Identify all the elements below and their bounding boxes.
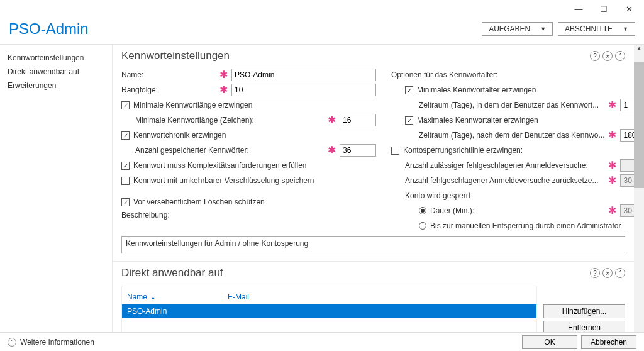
tasks-dropdown[interactable]: AUFGABEN▼ [482, 22, 553, 36]
scroll-up-icon[interactable]: ▴ [634, 45, 644, 51]
header: PSO-Admin AUFGABEN▼ ABSCHNITTE▼ [0, 18, 644, 45]
duration-radio[interactable] [419, 207, 426, 214]
min-age-label: Zeitraum (Tage), in dem der Benutzer das… [419, 101, 604, 109]
column-email[interactable]: E-Mail [223, 290, 254, 304]
help-icon[interactable]: ? [590, 51, 600, 61]
more-info-link[interactable]: ˄ Weitere Informationen [8, 338, 94, 347]
lockout-duration-input [620, 204, 634, 217]
add-button[interactable]: Hinzufügen... [543, 304, 625, 318]
table-row[interactable]: PSO-Admin [122, 304, 536, 318]
content-area: Kennworteinstellungen ? ✕ ˄ Name: ✱ Rang… [112, 45, 634, 334]
caret-down-icon: ▼ [623, 26, 628, 32]
min-length-checkbox[interactable] [121, 101, 130, 109]
required-icon: ✱ [219, 86, 228, 94]
sidebar: Kennworteinstellungen Direkt anwendbar a… [0, 45, 112, 334]
min-age-chk-label: Minimales Kennwortalter erzwingen [417, 86, 536, 94]
section-applies-to: Direkt anwendbar auf ? ✕ ˄ Name▲ E-Mail [113, 262, 634, 334]
history-chk-label: Kennwortchronik erzwingen [133, 131, 226, 140]
sidebar-item-password-settings[interactable]: Kennworteinstellungen [8, 51, 104, 65]
lockout-duration-label: Dauer (Min.): [430, 206, 604, 215]
section-title: Kennworteinstellungen [121, 50, 230, 62]
lockout-checkbox[interactable] [391, 147, 399, 155]
complexity-checkbox[interactable] [121, 162, 130, 170]
required-icon: ✱ [328, 116, 336, 124]
section-title: Direkt anwendbar auf [121, 267, 223, 279]
cancel-button[interactable]: Abbrechen [581, 335, 636, 349]
max-age-input[interactable] [620, 129, 634, 142]
age-options-label: Optionen für das Kennwortalter: [391, 70, 497, 79]
description-label: Beschreibung: [121, 211, 170, 220]
titlebar: — ☐ ✕ [0, 0, 644, 18]
footer: ˄ Weitere Informationen OK Abbrechen [0, 332, 644, 351]
collapse-section-icon[interactable]: ˄ [615, 268, 625, 278]
required-icon: ✱ [608, 101, 616, 109]
app-title: PSO-Admin [9, 20, 89, 38]
required-icon: ✱ [608, 177, 616, 184]
required-icon: ✱ [608, 207, 616, 214]
max-age-chk-label: Maximales Kennwortalter erzwingen [417, 116, 538, 125]
expand-icon: ˄ [8, 338, 16, 347]
lockout-reset-input [620, 174, 634, 187]
lockout-manual-label: Bis zur manuellen Entsperrung durch eine… [430, 221, 621, 230]
max-age-label: Zeitraum (Tage), nach dem der Benutzer d… [419, 131, 604, 140]
sort-asc-icon: ▲ [151, 295, 155, 299]
name-label: Name: [121, 70, 216, 79]
lockout-account-label: Konto wird gesperrt [405, 191, 470, 200]
section-password-settings: Kennworteinstellungen ? ✕ ˄ Name: ✱ Rang… [113, 45, 634, 262]
precedence-input[interactable] [231, 84, 376, 96]
minimize-button[interactable]: — [566, 1, 591, 16]
scrollbar-thumb[interactable] [634, 62, 644, 188]
min-length-chk-label: Minimale Kennwortlänge erzwingen [133, 101, 252, 109]
lockout-chk-label: Kontosperrungsrichtlinie erzwingen: [403, 146, 523, 155]
name-input[interactable] [231, 69, 376, 81]
required-icon: ✱ [328, 147, 336, 154]
sidebar-item-extensions[interactable]: Erweiterungen [8, 79, 104, 92]
protect-checkbox[interactable] [121, 198, 130, 206]
lockout-reset-label: Anzahl fehlgeschlagener Anmeldeversuche … [405, 176, 604, 185]
sections-dropdown[interactable]: ABSCHNITTE▼ [558, 22, 635, 36]
sidebar-item-applies-to[interactable]: Direkt anwendbar auf [8, 65, 104, 79]
reversible-chk-label: Kennwort mit umkehrbarer Verschlüsselung… [133, 176, 314, 185]
history-label: Anzahl gespeicherter Kennwörter: [135, 146, 324, 155]
caret-down-icon: ▼ [540, 26, 546, 32]
collapse-section-icon[interactable]: ˄ [615, 51, 625, 61]
help-icon[interactable]: ? [590, 268, 600, 278]
history-input[interactable] [340, 144, 376, 157]
description-input[interactable]: Kennworteinstellungen für Admin / ohne K… [121, 236, 625, 254]
min-length-input[interactable] [340, 114, 376, 126]
required-icon: ✱ [608, 162, 616, 169]
min-age-checkbox[interactable] [405, 86, 413, 94]
close-section-icon[interactable]: ✕ [602, 268, 613, 278]
reversible-checkbox[interactable] [121, 177, 130, 185]
required-icon: ✱ [219, 71, 228, 79]
manual-unlock-radio[interactable] [419, 222, 426, 230]
min-length-label: Minimale Kennwortlänge (Zeichen): [135, 116, 324, 125]
vertical-scrollbar[interactable]: ▴ [634, 45, 644, 334]
lockout-attempts-input [620, 159, 634, 172]
history-checkbox[interactable] [121, 131, 130, 140]
close-button[interactable]: ✕ [616, 1, 641, 16]
close-section-icon[interactable]: ✕ [602, 51, 613, 61]
lockout-attempts-label: Anzahl zulässiger fehlgeschlagener Anmel… [405, 161, 604, 170]
complexity-chk-label: Kennwort muss Komplexitätsanforderungen … [133, 161, 306, 170]
protect-chk-label: Vor versehentlichem Löschen schützen [133, 198, 265, 206]
precedence-label: Rangfolge: [121, 86, 216, 94]
max-age-checkbox[interactable] [405, 116, 413, 125]
ok-button[interactable]: OK [522, 335, 577, 349]
min-age-input[interactable] [620, 99, 634, 111]
column-name[interactable]: Name▲ [122, 290, 223, 304]
required-icon: ✱ [608, 131, 616, 139]
maximize-button[interactable]: ☐ [591, 1, 616, 16]
